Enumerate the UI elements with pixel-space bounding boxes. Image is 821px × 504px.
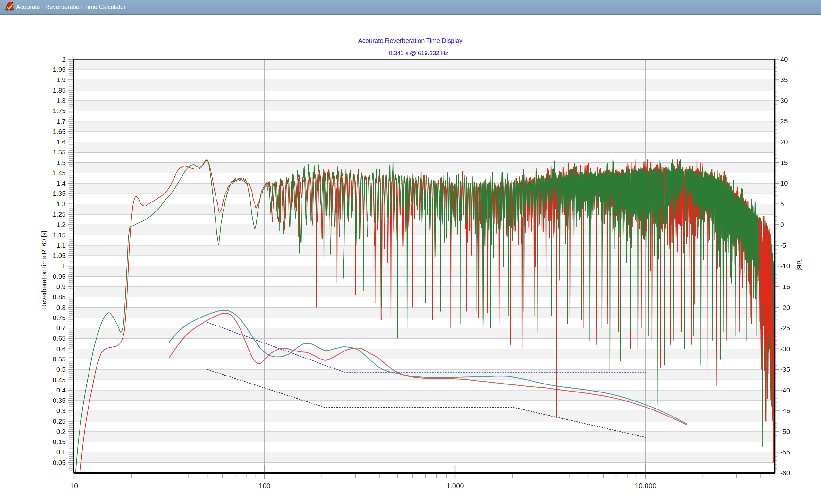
svg-text:-25: -25 (780, 324, 790, 332)
svg-text:5: 5 (780, 200, 784, 208)
svg-text:40: 40 (780, 55, 788, 63)
svg-text:-5: -5 (780, 242, 786, 249)
svg-text:1.000: 1.000 (446, 482, 464, 490)
svg-text:0.5: 0.5 (56, 366, 66, 373)
svg-text:0.85: 0.85 (53, 293, 66, 301)
svg-text:0.15: 0.15 (53, 438, 66, 445)
svg-text:-45: -45 (780, 407, 790, 414)
svg-text:0.341 s @ 619.232 Hz: 0.341 s @ 619.232 Hz (389, 50, 448, 56)
svg-text:30: 30 (780, 97, 788, 104)
svg-text:-30: -30 (780, 345, 790, 352)
svg-text:0.75: 0.75 (53, 314, 66, 321)
svg-text:-55: -55 (780, 448, 790, 456)
svg-text:-10: -10 (780, 262, 790, 269)
svg-text:-35: -35 (780, 366, 790, 373)
svg-text:1.6: 1.6 (56, 138, 66, 145)
svg-text:1.65: 1.65 (53, 128, 66, 135)
svg-text:-60: -60 (780, 469, 790, 476)
svg-text:0.9: 0.9 (56, 283, 66, 290)
svg-text:0.3: 0.3 (56, 407, 66, 414)
svg-text:1.2: 1.2 (56, 221, 66, 228)
svg-text:0: 0 (780, 221, 784, 228)
svg-text:1.3: 1.3 (56, 200, 66, 208)
svg-text:1.5: 1.5 (56, 159, 66, 166)
svg-text:20: 20 (780, 138, 788, 145)
svg-text:2: 2 (62, 55, 66, 63)
svg-text:10: 10 (70, 482, 78, 490)
svg-text:10: 10 (780, 179, 788, 187)
svg-text:-15: -15 (780, 283, 790, 290)
svg-text:1.95: 1.95 (53, 66, 66, 73)
svg-text:10.000: 10.000 (635, 482, 656, 490)
svg-text:1.05: 1.05 (53, 252, 66, 259)
svg-text:-40: -40 (780, 386, 790, 394)
svg-text:0.1: 0.1 (56, 448, 66, 456)
svg-text:0.8: 0.8 (56, 304, 66, 311)
svg-text:25: 25 (780, 117, 788, 125)
svg-text:0.35: 0.35 (53, 397, 66, 404)
svg-text:1.85: 1.85 (53, 87, 66, 94)
svg-text:1.75: 1.75 (53, 107, 66, 114)
svg-text:1.9: 1.9 (56, 76, 66, 83)
svg-text:[dB]: [dB] (796, 259, 803, 271)
svg-text:Acourate Reverberation Time Di: Acourate Reverberation Time Display (358, 37, 463, 44)
svg-text:1.4: 1.4 (56, 179, 66, 187)
svg-text:-20: -20 (780, 304, 790, 311)
svg-text:1.7: 1.7 (56, 118, 66, 125)
svg-text:100: 100 (259, 482, 271, 490)
svg-text:0.55: 0.55 (53, 355, 66, 363)
svg-text:15: 15 (780, 159, 788, 166)
svg-text:1.45: 1.45 (53, 169, 66, 177)
svg-text:1.55: 1.55 (53, 148, 66, 156)
svg-text:-50: -50 (780, 428, 790, 435)
svg-text:1.1: 1.1 (56, 242, 66, 249)
svg-text:0.7: 0.7 (56, 324, 66, 332)
svg-text:1: 1 (62, 262, 66, 269)
svg-text:0.2: 0.2 (56, 428, 66, 435)
svg-text:35: 35 (780, 76, 788, 83)
svg-text:0.95: 0.95 (53, 273, 66, 280)
svg-text:1.8: 1.8 (56, 97, 66, 104)
svg-text:1.15: 1.15 (53, 231, 66, 239)
svg-text:0.6: 0.6 (56, 345, 66, 352)
svg-text:0.45: 0.45 (53, 376, 66, 384)
svg-text:1.35: 1.35 (53, 190, 66, 197)
svg-text:0.4: 0.4 (56, 386, 66, 394)
svg-text:0.25: 0.25 (53, 417, 66, 425)
svg-text:0.65: 0.65 (53, 335, 66, 342)
svg-text:Reverberation time RT60 [s]: Reverberation time RT60 [s] (40, 231, 47, 309)
svg-text:0.05: 0.05 (53, 459, 66, 466)
svg-text:1.25: 1.25 (53, 211, 66, 218)
